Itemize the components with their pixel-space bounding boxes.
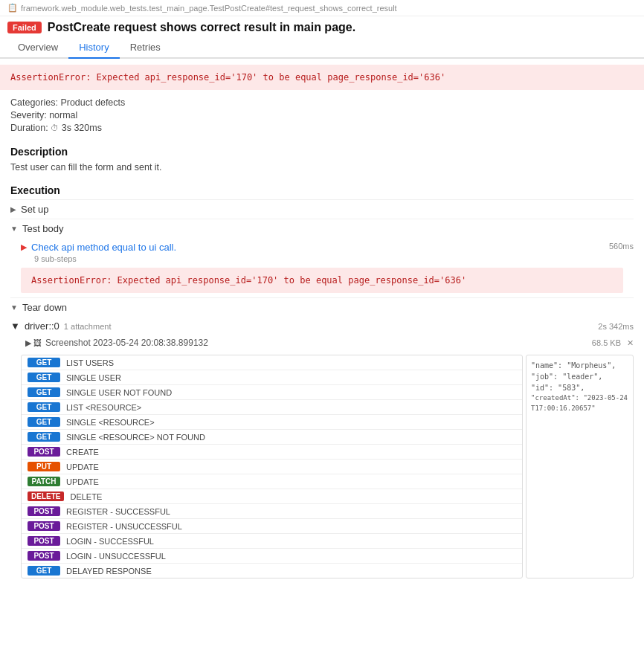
api-row[interactable]: DELETEDELETE bbox=[22, 489, 522, 504]
step-row: ▶ Check api method equal to ui call. 560… bbox=[10, 238, 634, 254]
api-path-label: REGISTER - UNSUCCESSFUL bbox=[66, 522, 182, 531]
breadcrumb-text: framework.web_module.web_tests.test_main… bbox=[21, 4, 397, 13]
api-row[interactable]: POSTREGISTER - SUCCESSFUL bbox=[22, 504, 522, 519]
api-path-label: LOGIN - SUCCESSFUL bbox=[66, 537, 154, 546]
driver-left: ▼ driver::0 1 attachment bbox=[10, 320, 111, 332]
api-row[interactable]: GETSINGLE <RESOURCE> NOT FOUND bbox=[22, 430, 522, 445]
api-row[interactable]: POSTLOGIN - SUCCESSFUL bbox=[22, 534, 522, 549]
api-row[interactable]: PATCHUPDATE bbox=[22, 474, 522, 489]
json-line1: "name": "Morpheus", bbox=[531, 360, 628, 371]
tabs-bar: Overview History Retries bbox=[0, 37, 644, 59]
tab-history[interactable]: History bbox=[68, 37, 119, 59]
method-badge-get: GET bbox=[28, 566, 60, 576]
categories-label: Categories: bbox=[10, 97, 58, 108]
execution-section: ▶ Set up ▼ Test body bbox=[0, 199, 644, 238]
assertion-error-text: AssertionError: Expected api_response_id… bbox=[10, 72, 445, 83]
api-path-label: SINGLE <RESOURCE> bbox=[66, 418, 155, 427]
status-badge: Failed bbox=[7, 22, 42, 33]
screenshot-left: ▶ 🖼 Screenshot 2023-05-24 20:08:38.89913… bbox=[25, 338, 208, 348]
tab-retries[interactable]: Retries bbox=[120, 37, 171, 59]
api-path-label: DELETE bbox=[70, 492, 102, 501]
api-row[interactable]: POSTREGISTER - UNSUCCESSFUL bbox=[22, 519, 522, 534]
description-heading: Description bbox=[0, 140, 644, 161]
test-body-section: ▶ Check api method equal to ui call. 560… bbox=[0, 238, 644, 293]
method-badge-delete: DELETE bbox=[28, 491, 64, 501]
api-row[interactable]: GETLIST <RESOURCE> bbox=[22, 400, 522, 415]
breadcrumb-icon: 📋 bbox=[7, 3, 18, 13]
step-left: ▶ Check api method equal to ui call. bbox=[21, 242, 176, 253]
step-sub: 9 sub-steps bbox=[10, 254, 634, 263]
execution-heading: Execution bbox=[0, 178, 644, 199]
duration-label: Duration: bbox=[10, 123, 48, 133]
json-line3: "id": "583", bbox=[531, 382, 628, 393]
api-row[interactable]: POSTCREATE bbox=[22, 445, 522, 460]
screenshot-right: 68.5 KB ✕ bbox=[592, 338, 634, 348]
teardown-chevron: ▼ bbox=[10, 303, 18, 312]
step-label[interactable]: Check api method equal to ui call. bbox=[31, 242, 176, 253]
method-badge-post: POST bbox=[28, 521, 60, 531]
attachment-badge: 1 attachment bbox=[64, 322, 112, 331]
severity-value: normal bbox=[49, 110, 77, 120]
setup-row[interactable]: ▶ Set up bbox=[10, 199, 634, 219]
screenshot-file-icon: ▶ 🖼 bbox=[25, 338, 42, 348]
api-preview-container: GETLIST USERSGETSINGLE USERGETSINGLE USE… bbox=[21, 355, 634, 578]
teardown-row[interactable]: ▼ Tear down bbox=[10, 297, 634, 317]
setup-label: Set up bbox=[21, 204, 49, 215]
method-badge-get: GET bbox=[28, 358, 60, 367]
api-row[interactable]: GETSINGLE USER bbox=[22, 370, 522, 385]
testbody-chevron: ▼ bbox=[10, 225, 18, 233]
assertion-error-bar: AssertionError: Expected api_response_id… bbox=[0, 65, 644, 90]
step-expand-icon[interactable]: ▶ bbox=[21, 242, 27, 252]
json-panel: "name": "Morpheus", "job": "leader", "id… bbox=[526, 355, 634, 578]
method-badge-get: GET bbox=[28, 402, 60, 412]
api-path-label: LIST <RESOURCE> bbox=[66, 403, 141, 412]
meta-duration: Duration: ⏱ 3s 320ms bbox=[10, 123, 634, 133]
method-badge-put: PUT bbox=[28, 462, 60, 471]
method-badge-post: POST bbox=[28, 551, 60, 561]
title-bar: Failed PostCreate request shows correct … bbox=[0, 16, 644, 37]
step-assertion-text: AssertionError: Expected api_response_id… bbox=[31, 275, 466, 286]
api-path-label: SINGLE <RESOURCE> NOT FOUND bbox=[66, 433, 205, 442]
method-badge-post: POST bbox=[28, 447, 60, 457]
api-row[interactable]: POSTLOGIN - UNSUCCESSFUL bbox=[22, 549, 522, 564]
api-row[interactable]: GETSINGLE USER NOT FOUND bbox=[22, 385, 522, 400]
json-line4: "createdAt": "2023-05-24T17:00:16.20657" bbox=[531, 393, 628, 413]
api-row[interactable]: GETLIST USERS bbox=[22, 355, 522, 370]
meta-section: Categories: Product defects Severity: no… bbox=[0, 90, 644, 140]
api-path-label: LOGIN - UNSUCCESSFUL bbox=[66, 552, 166, 561]
api-row[interactable]: PUTUPDATE bbox=[22, 460, 522, 474]
setup-chevron: ▶ bbox=[10, 205, 16, 213]
severity-label: Severity: bbox=[10, 110, 47, 120]
screenshot-name: Screenshot 2023-05-24 20:08:38.899132 bbox=[45, 338, 208, 348]
testbody-row[interactable]: ▼ Test body bbox=[10, 219, 634, 238]
tab-overview[interactable]: Overview bbox=[7, 37, 68, 59]
driver-label: driver::0 bbox=[25, 320, 59, 332]
screenshot-size: 68.5 KB bbox=[592, 338, 621, 347]
screenshot-row: ▶ 🖼 Screenshot 2023-05-24 20:08:38.89913… bbox=[10, 335, 634, 350]
api-path-label: SINGLE USER bbox=[66, 373, 121, 382]
breadcrumb: 📋 framework.web_module.web_tests.test_ma… bbox=[0, 0, 644, 16]
driver-row: ▼ driver::0 1 attachment 2s 342ms bbox=[10, 317, 634, 335]
api-row[interactable]: GETDELAYED RESPONSE bbox=[22, 564, 522, 578]
teardown-section: ▼ Tear down ▼ driver::0 1 attachment 2s … bbox=[0, 297, 644, 350]
api-row[interactable]: GETSINGLE <RESOURCE> bbox=[22, 415, 522, 430]
close-icon[interactable]: ✕ bbox=[627, 338, 634, 348]
testbody-label: Test body bbox=[22, 223, 64, 234]
teardown-label: Tear down bbox=[22, 302, 67, 313]
step-time: 560ms bbox=[609, 242, 634, 251]
duration-icon: ⏱ bbox=[51, 123, 59, 132]
meta-categories: Categories: Product defects bbox=[10, 97, 634, 108]
duration-value: 3s 320ms bbox=[62, 123, 102, 133]
description-text: Test user can fill the form and sent it. bbox=[0, 161, 644, 178]
method-badge-get: GET bbox=[28, 432, 60, 442]
method-badge-patch: PATCH bbox=[28, 477, 60, 486]
method-badge-post: POST bbox=[28, 506, 60, 516]
api-path-label: SINGLE USER NOT FOUND bbox=[66, 388, 172, 397]
method-badge-get: GET bbox=[28, 387, 60, 397]
api-path-label: UPDATE bbox=[66, 462, 99, 471]
api-path-label: DELAYED RESPONSE bbox=[66, 567, 152, 576]
method-badge-post: POST bbox=[28, 536, 60, 546]
step-assertion-block: AssertionError: Expected api_response_id… bbox=[21, 268, 623, 293]
driver-time: 2s 342ms bbox=[598, 322, 634, 331]
method-badge-get: GET bbox=[28, 373, 60, 382]
